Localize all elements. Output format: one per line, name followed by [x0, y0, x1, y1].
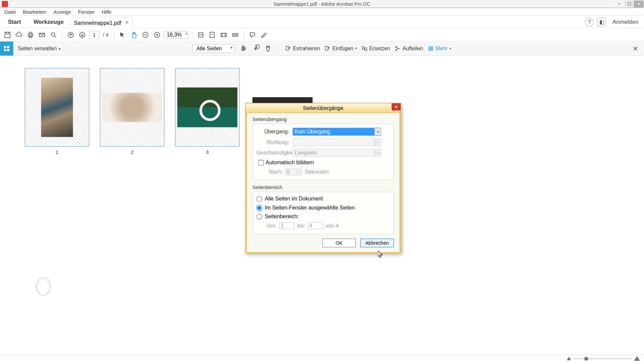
- close-window-button[interactable]: ✕: [634, 0, 644, 7]
- minimize-button[interactable]: ─: [614, 0, 624, 7]
- organize-pages-icon[interactable]: [0, 41, 13, 55]
- page-filter-select[interactable]: Alle Seiten: [193, 44, 235, 53]
- thumb-size-slider[interactable]: [574, 358, 631, 359]
- extract-button[interactable]: Extrahieren: [285, 45, 320, 51]
- tab-document[interactable]: Sammelmappe1.pdf ✕: [70, 17, 133, 28]
- dialog-title: Seitenübergänge: [303, 105, 343, 111]
- radio-page-range[interactable]: [256, 214, 262, 219]
- maximize-button[interactable]: ☐: [624, 0, 634, 7]
- range-group-label: Seitenbereich: [253, 185, 394, 190]
- radio-selected-pages-label: Im Seiten-Fenster ausgewählte Seiten: [265, 204, 355, 210]
- direction-label: Richtung:: [256, 139, 292, 145]
- cloud-icon[interactable]: [14, 30, 24, 40]
- svg-rect-21: [362, 47, 364, 49]
- fit-page-icon[interactable]: [207, 30, 217, 40]
- save-icon[interactable]: [3, 30, 12, 40]
- svg-rect-15: [4, 46, 6, 48]
- svg-rect-17: [4, 49, 6, 51]
- page-thumb-3[interactable]: 3: [175, 68, 239, 155]
- highlight-icon[interactable]: [259, 30, 269, 40]
- search-icon[interactable]: [49, 30, 58, 40]
- dialog-close-button[interactable]: ✕: [392, 103, 400, 110]
- page-image-1: [41, 78, 73, 137]
- page-image-3: [177, 87, 237, 127]
- login-link[interactable]: Anmelden: [610, 18, 641, 25]
- radio-all-pages[interactable]: [256, 196, 262, 202]
- auto-flip-checkbox[interactable]: [258, 160, 264, 165]
- menu-edit[interactable]: Bearbeiten: [19, 9, 50, 14]
- mouse-cursor-icon: [378, 251, 383, 259]
- hand-tool-icon[interactable]: [129, 30, 139, 40]
- cancel-button[interactable]: Abbrechen: [360, 239, 394, 247]
- help-icon[interactable]: ?: [585, 17, 594, 26]
- transition-label: Übergang:: [256, 129, 292, 135]
- organize-title[interactable]: Seiten verwalten▾: [13, 45, 61, 52]
- of-pages-label: von 4: [326, 223, 339, 229]
- fit-visible-icon[interactable]: [219, 30, 229, 40]
- radio-selected-pages[interactable]: [256, 205, 262, 210]
- next-page-icon[interactable]: [77, 30, 87, 40]
- zoom-out-icon[interactable]: [141, 30, 150, 40]
- menu-view[interactable]: Anzeige: [50, 9, 74, 14]
- tab-close-icon[interactable]: ✕: [125, 20, 129, 25]
- svg-rect-13: [221, 33, 226, 37]
- close-organize-button[interactable]: ✕: [633, 44, 638, 52]
- split-button[interactable]: Aufteilen: [394, 45, 423, 51]
- main-toolbar: / 4 18,3%: [0, 28, 644, 42]
- zoom-select[interactable]: 18,3%: [164, 31, 189, 39]
- menu-window[interactable]: Fenster: [74, 9, 98, 14]
- thumb-large-icon[interactable]: [634, 356, 640, 361]
- selection-tool-icon[interactable]: [118, 30, 127, 40]
- svg-rect-19: [286, 46, 289, 50]
- email-icon[interactable]: [37, 30, 47, 40]
- zoom-in-icon[interactable]: [152, 30, 162, 40]
- svg-rect-20: [326, 46, 328, 50]
- chevron-down-icon: ▾: [297, 169, 302, 175]
- chevron-down-icon: ▾: [374, 149, 380, 156]
- to-input[interactable]: [308, 222, 323, 229]
- rotate-right-icon[interactable]: [252, 44, 260, 52]
- menu-help[interactable]: Hilfe: [98, 9, 115, 14]
- window-title: Sammelmappe1.pdf - Adobe Acrobat Pro DC: [273, 1, 370, 6]
- replace-button[interactable]: Ersetzen: [361, 45, 390, 51]
- radio-page-range-label: Seitenbereich:: [265, 214, 299, 220]
- organize-toolbar: Seiten verwalten▾ Alle Seiten Extrahiere…: [0, 42, 644, 56]
- delete-page-icon[interactable]: [264, 44, 272, 52]
- rotate-left-icon[interactable]: [239, 44, 248, 52]
- fit-width-icon[interactable]: [196, 30, 206, 40]
- svg-rect-12: [210, 32, 214, 38]
- tab-start[interactable]: Start: [2, 18, 27, 25]
- chevron-down-icon: ▾: [374, 139, 380, 146]
- svg-rect-27: [429, 49, 430, 50]
- dialog-title-bar[interactable]: Seitenübergänge ✕: [246, 103, 400, 113]
- from-input[interactable]: [279, 222, 294, 229]
- slider-thumb[interactable]: [584, 357, 588, 360]
- to-label: bis:: [297, 223, 306, 229]
- comment-icon[interactable]: [248, 30, 257, 40]
- page-number-input[interactable]: [89, 31, 100, 39]
- page-image-2: [102, 93, 162, 122]
- svg-point-6: [51, 33, 55, 36]
- notifications-icon[interactable]: ◧: [597, 17, 606, 26]
- insert-button[interactable]: Einfügen▾: [324, 45, 357, 51]
- speed-select: Langsam ▾: [293, 149, 381, 157]
- more-button[interactable]: Mehr▾: [428, 45, 451, 51]
- page-thumb-1[interactable]: 1: [25, 68, 89, 155]
- page-transitions-dialog: Seitenübergänge ✕ Seitenübergang Übergan…: [245, 103, 401, 253]
- transition-select[interactable]: Kein Übergang ▾: [293, 128, 381, 136]
- menu-file[interactable]: Datei: [1, 9, 19, 14]
- tab-document-label: Sammelmappe1.pdf: [74, 20, 121, 26]
- tab-tools[interactable]: Werkzeuge: [27, 18, 70, 25]
- svg-rect-1: [6, 32, 9, 34]
- ok-button[interactable]: OK: [322, 239, 356, 247]
- read-mode-icon[interactable]: [230, 30, 240, 40]
- svg-rect-22: [365, 48, 367, 50]
- print-icon[interactable]: [25, 30, 35, 40]
- title-bar: Sammelmappe1.pdf - Adobe Acrobat Pro DC …: [0, 0, 644, 8]
- prev-page-icon[interactable]: [66, 30, 75, 40]
- direction-select: ▾: [293, 138, 381, 146]
- thumb-small-icon[interactable]: [567, 357, 571, 360]
- page-thumb-2[interactable]: 2: [100, 68, 164, 155]
- auto-flip-label: Automatisch blättern: [266, 160, 314, 166]
- app-icon: [2, 1, 8, 7]
